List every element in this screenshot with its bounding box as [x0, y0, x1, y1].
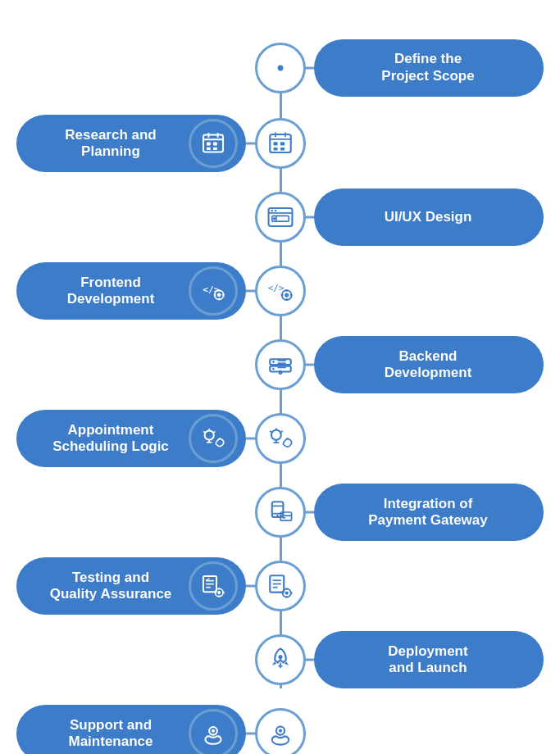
svg-point-9 — [271, 67, 274, 70]
svg-rect-93 — [282, 592, 284, 594]
backend-icon — [266, 351, 294, 379]
frontend-icon-circle: </> — [189, 266, 238, 316]
svg-rect-94 — [290, 592, 292, 594]
svg-rect-37 — [218, 298, 220, 300]
svg-point-6 — [280, 59, 282, 61]
label-uiux-design: UI/UX Design — [329, 209, 527, 225]
support-icon — [200, 720, 226, 747]
row-deployment: Deployment and Launch — [0, 623, 560, 697]
svg-point-71 — [276, 515, 279, 517]
scope-icon — [266, 54, 294, 82]
pill-research-planning: Research and Planning — [16, 115, 246, 172]
support-icon-circle — [189, 709, 238, 754]
svg-rect-84 — [223, 592, 225, 593]
svg-point-35 — [217, 293, 221, 297]
svg-rect-15 — [213, 142, 217, 145]
svg-point-105 — [279, 729, 282, 732]
row-testing: Testing and Quality Assurance — [0, 549, 560, 623]
svg-point-80 — [217, 591, 221, 594]
deployment-icon — [266, 646, 294, 674]
svg-rect-43 — [285, 289, 288, 292]
row-define-project-scope: Define the Project Scope — [0, 29, 560, 107]
junction-support-icon — [266, 720, 294, 747]
svg-rect-36 — [218, 289, 220, 291]
pill-testing: Testing and Quality Assurance — [16, 557, 246, 615]
svg-rect-46 — [290, 294, 293, 297]
svg-rect-102 — [208, 730, 210, 732]
pill-support: Support and Maintenance — [16, 705, 246, 754]
svg-point-99 — [212, 729, 215, 733]
svg-rect-83 — [215, 592, 216, 593]
svg-rect-38 — [214, 294, 216, 296]
svg-point-28 — [271, 210, 274, 212]
svg-rect-82 — [218, 596, 220, 597]
uiux-icon — [266, 203, 294, 231]
junction-uiux — [255, 192, 306, 243]
svg-rect-81 — [218, 588, 220, 589]
pill-uiux-design: UI/UX Design — [314, 188, 544, 246]
pill-backend: Backend Development — [314, 336, 544, 393]
svg-rect-101 — [212, 734, 214, 736]
junction-scheduling-icon — [266, 425, 294, 452]
row-scheduling: Appointment Scheduling Logic — [0, 402, 560, 475]
junction-testing — [255, 561, 306, 611]
svg-rect-22 — [274, 142, 278, 145]
svg-point-1 — [278, 66, 284, 71]
svg-point-56 — [205, 430, 214, 439]
pill-deployment: Deployment and Launch — [314, 631, 544, 688]
svg-line-66 — [270, 431, 271, 433]
row-frontend: Frontend Development </> </> — [0, 254, 560, 328]
junction-backend — [255, 339, 306, 390]
testing-icon-circle — [189, 561, 238, 611]
svg-point-90 — [285, 591, 289, 594]
svg-rect-25 — [280, 148, 285, 150]
svg-line-60 — [203, 431, 205, 433]
row-research-planning: Research and Planning — [0, 107, 560, 180]
row-backend: Backend Development — [0, 328, 560, 402]
svg-rect-108 — [275, 729, 277, 732]
research-icon-circle — [189, 119, 238, 168]
svg-rect-107 — [280, 734, 282, 736]
pill-payment: Integration of Payment Gateway — [314, 484, 544, 541]
svg-rect-100 — [212, 726, 214, 728]
svg-rect-92 — [285, 596, 288, 597]
junction-define-scope — [255, 43, 306, 93]
label-testing: Testing and Quality Assurance — [33, 570, 189, 603]
svg-point-7 — [288, 67, 290, 70]
frontend-icon: </> — [200, 278, 226, 304]
svg-rect-24 — [274, 148, 278, 150]
row-support: Support and Maintenance — [0, 697, 560, 754]
svg-rect-23 — [280, 142, 285, 145]
junction-research — [255, 118, 306, 169]
svg-point-95 — [278, 655, 282, 659]
svg-rect-14 — [207, 142, 211, 145]
label-payment: Integration of Payment Gateway — [329, 496, 527, 529]
svg-point-49 — [272, 361, 275, 363]
svg-rect-39 — [222, 294, 224, 296]
svg-rect-106 — [280, 726, 282, 728]
junction-frontend: </> — [255, 266, 306, 316]
svg-rect-16 — [207, 148, 211, 150]
svg-line-61 — [214, 431, 216, 433]
svg-rect-45 — [281, 294, 284, 297]
scheduling-icon — [200, 425, 226, 452]
svg-text:</>: </> — [268, 283, 285, 293]
junction-scheduling — [255, 413, 306, 464]
label-frontend: Frontend Development — [33, 275, 189, 308]
svg-point-32 — [273, 217, 275, 220]
label-scheduling: Appointment Scheduling Logic — [33, 422, 189, 456]
junction-testing-icon — [266, 572, 294, 600]
junction-frontend-icon: </> — [266, 277, 294, 305]
junction-research-icon — [266, 129, 294, 157]
svg-rect-103 — [216, 730, 218, 732]
svg-point-29 — [275, 210, 277, 212]
row-payment: Integration of Payment Gateway — [0, 475, 560, 549]
row-uiux-design: UI/UX Design — [0, 180, 560, 254]
research-icon — [200, 130, 226, 157]
svg-rect-109 — [284, 729, 285, 732]
svg-rect-91 — [285, 588, 288, 590]
svg-point-50 — [272, 368, 275, 370]
diagram-container: Define the Project Scope Research and Pl… — [0, 0, 560, 754]
svg-line-67 — [281, 431, 283, 433]
label-deployment: Deployment and Launch — [329, 643, 527, 677]
